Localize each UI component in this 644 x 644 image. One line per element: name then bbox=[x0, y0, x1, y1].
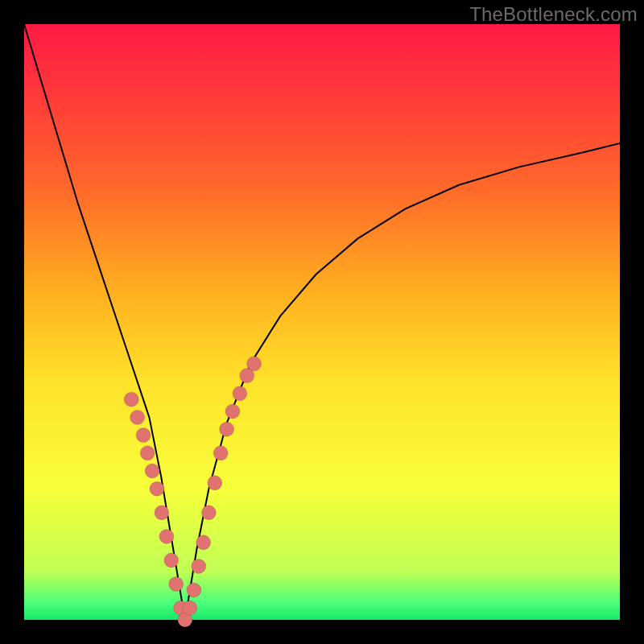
highlight-dot bbox=[183, 601, 197, 615]
highlight-dot bbox=[159, 529, 174, 543]
highlight-dot bbox=[213, 446, 228, 460]
highlight-dots-group bbox=[124, 357, 261, 627]
highlight-dot bbox=[136, 428, 151, 443]
highlight-dot bbox=[150, 481, 164, 496]
highlight-dot bbox=[124, 392, 138, 407]
chart-frame: TheBottleneck.com bbox=[0, 0, 644, 644]
highlight-dot bbox=[233, 386, 247, 401]
highlight-dot bbox=[155, 506, 169, 520]
highlight-dot bbox=[192, 559, 206, 573]
highlight-dot bbox=[247, 357, 262, 371]
highlight-dot bbox=[196, 535, 211, 550]
highlight-dot bbox=[187, 583, 201, 597]
plot-area bbox=[24, 24, 620, 620]
highlight-dot bbox=[140, 446, 155, 460]
highlight-dot bbox=[225, 404, 240, 419]
watermark-text: TheBottleneck.com bbox=[469, 3, 638, 26]
highlight-dot bbox=[145, 464, 159, 478]
highlight-dot bbox=[164, 553, 179, 568]
highlight-dot bbox=[201, 506, 216, 520]
bottleneck-curve bbox=[24, 24, 620, 620]
highlight-dot bbox=[130, 410, 145, 424]
chart-svg bbox=[24, 24, 620, 620]
highlight-dot bbox=[208, 476, 222, 490]
highlight-dot bbox=[169, 577, 184, 592]
highlight-dot bbox=[220, 422, 234, 436]
